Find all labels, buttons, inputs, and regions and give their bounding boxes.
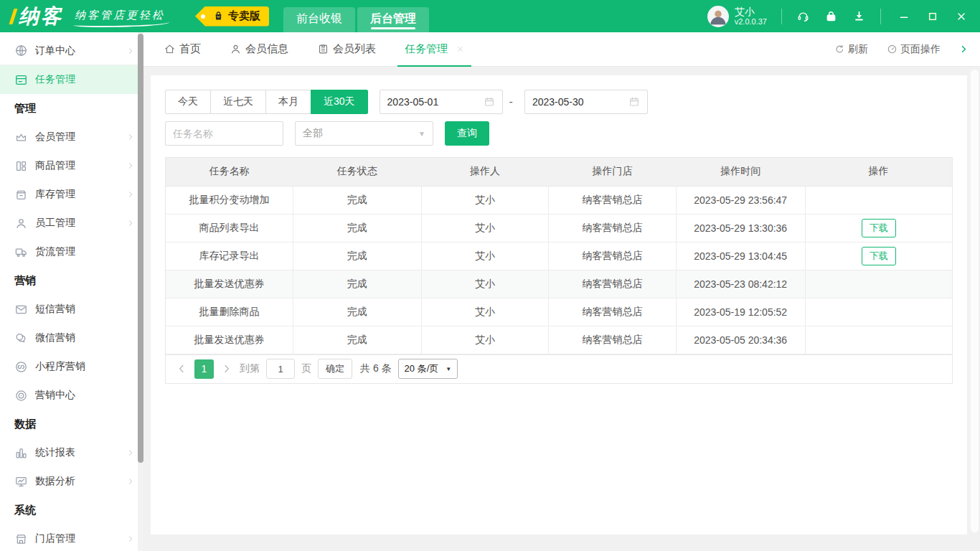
- sidebar-item[interactable]: 微信营销: [0, 324, 143, 352]
- sidebar-item[interactable]: 短信营销: [0, 295, 143, 324]
- page-number-button[interactable]: 1: [194, 359, 214, 379]
- sidebar-item[interactable]: 任务管理: [0, 65, 143, 94]
- cell-operator: 艾小: [421, 270, 549, 298]
- cell-task: 批量删除商品: [166, 298, 293, 326]
- breadcrumb-tab[interactable]: 任务管理: [405, 32, 464, 67]
- goto-label: 到第: [240, 362, 260, 375]
- sidebar-item[interactable]: 会员管理: [0, 123, 143, 151]
- section-label-text: 管理: [14, 102, 36, 116]
- goto-page-input[interactable]: [266, 359, 295, 379]
- person-icon: [14, 217, 28, 230]
- table-row: 库存记录导出完成艾小纳客营销总店2023-05-29 13:04:45下载: [166, 242, 952, 270]
- cell-operator: 艾小: [421, 298, 549, 326]
- lock-icon[interactable]: [824, 9, 838, 23]
- chevron-right-icon: [126, 477, 135, 486]
- close-icon[interactable]: [956, 11, 967, 22]
- quick-range-button[interactable]: 近30天: [311, 90, 368, 114]
- sidebar-item[interactable]: 数据分析: [0, 467, 143, 496]
- download-button[interactable]: 下载: [862, 219, 896, 237]
- page-operations-label: 页面操作: [900, 43, 941, 56]
- task-name-input[interactable]: [165, 121, 283, 146]
- sidebar-item-label: 数据分析: [35, 475, 75, 488]
- quick-range-button[interactable]: 本月: [265, 90, 311, 114]
- maximize-icon[interactable]: [927, 11, 938, 22]
- table-row: 批量发送优惠券完成艾小纳客营销总店2023-05-05 20:34:36: [166, 326, 952, 354]
- sidebar-item[interactable]: 统计报表: [0, 438, 143, 467]
- close-tab-icon: [456, 45, 464, 53]
- date-to-input[interactable]: [532, 96, 628, 108]
- service-icon[interactable]: [796, 9, 810, 23]
- sidebar-item[interactable]: 商品管理: [0, 151, 143, 180]
- wechat-icon: [14, 331, 28, 345]
- sidebar-item[interactable]: 小程序营销: [0, 352, 143, 381]
- sidebar-item[interactable]: 员工管理: [0, 209, 143, 237]
- sidebar-section-label: 数据: [0, 410, 143, 438]
- table-row: 批量积分变动增加完成艾小纳客营销总店2023-05-29 23:56:47: [166, 186, 952, 214]
- sidebar-item[interactable]: 库存管理: [0, 180, 143, 209]
- header-nav-tab[interactable]: 前台收银: [283, 7, 355, 32]
- quick-range-button[interactable]: 近七天: [210, 90, 266, 114]
- sidebar-item[interactable]: 营销中心: [0, 381, 143, 410]
- date-to-field[interactable]: [524, 90, 648, 114]
- content-area: 今天近七天本月近30天 - 全部 ▼ 查询: [143, 67, 980, 551]
- header-nav-tab[interactable]: 后台管理: [357, 7, 429, 32]
- chevron-right-icon[interactable]: [220, 362, 233, 375]
- filter-row-dates: 今天近七天本月近30天 -: [165, 90, 953, 114]
- sidebar-item-label: 库存管理: [35, 188, 75, 201]
- search-button[interactable]: 查询: [445, 121, 489, 146]
- date-from-input[interactable]: [387, 96, 484, 108]
- table-row: 批量发送优惠券完成艾小纳客营销总店2023-05-23 08:42:12: [166, 270, 952, 298]
- goods-icon: [14, 159, 28, 173]
- minimize-icon[interactable]: [898, 11, 910, 22]
- page-tabbar: 首页会员信息会员列表任务管理 刷新 页面操作: [143, 32, 980, 67]
- sidebar-item-label: 商品管理: [35, 159, 75, 172]
- sidebar-item-label: 营销中心: [35, 389, 75, 402]
- sidebar-menu: 订单中心任务管理管理会员管理商品管理库存管理员工管理货流管理营销短信营销微信营销…: [0, 37, 143, 551]
- breadcrumb-tab-label: 首页: [179, 42, 201, 56]
- status-select[interactable]: 全部 ▼: [295, 121, 433, 146]
- table-body: 批量积分变动增加完成艾小纳客营销总店2023-05-29 23:56:47商品列…: [166, 186, 952, 354]
- refresh-button[interactable]: 刷新: [834, 43, 868, 56]
- user-box[interactable]: 艾小 v2.0.0.37: [707, 6, 767, 27]
- pagination-bar: 1 到第 页 确定 共 6 条 20 条/页 ▼: [165, 354, 953, 384]
- chevron-left-icon[interactable]: [175, 362, 188, 375]
- sidebar-item[interactable]: 订单中心: [0, 37, 143, 65]
- breadcrumb-tab[interactable]: 首页: [164, 32, 201, 67]
- page-unit-label: 页: [301, 362, 311, 375]
- cell-action: 下载: [805, 242, 952, 270]
- cell-store: 纳客营销总店: [549, 298, 677, 326]
- column-header: 任务名称: [166, 158, 293, 186]
- download-button[interactable]: 下载: [862, 247, 896, 265]
- quick-range-button[interactable]: 今天: [165, 90, 211, 114]
- cell-action: [805, 326, 952, 354]
- page-size-select[interactable]: 20 条/页 ▼: [398, 359, 458, 379]
- miniprogram-icon: [14, 360, 28, 374]
- page-size-value: 20 条/页: [405, 362, 439, 375]
- crown-icon: [14, 131, 28, 144]
- calendar-icon: [628, 96, 640, 108]
- cell-action: [805, 270, 952, 298]
- breadcrumb-tab[interactable]: 会员信息: [230, 32, 288, 67]
- sidebar-item-label: 货流管理: [35, 245, 75, 258]
- sidebar-item[interactable]: 门店管理: [0, 524, 143, 551]
- cell-store: 纳客营销总店: [549, 242, 677, 270]
- table-row: 商品列表导出完成艾小纳客营销总店2023-05-29 13:30:36下载: [166, 214, 952, 242]
- tasks-icon: [14, 73, 28, 87]
- sidebar-item[interactable]: 货流管理: [0, 237, 143, 266]
- globe-icon: [14, 44, 28, 57]
- page-operations-button[interactable]: 页面操作: [887, 43, 941, 56]
- section-label-text: 营销: [14, 274, 36, 288]
- breadcrumb-tab[interactable]: 会员列表: [317, 32, 376, 67]
- sidebar-item-label: 小程序营销: [35, 360, 85, 373]
- content-scrollbar[interactable]: [971, 70, 979, 532]
- dropdown-arrow-icon: ▼: [418, 130, 425, 138]
- tabbar-actions: 刷新 页面操作: [834, 43, 969, 56]
- confirm-button[interactable]: 确定: [318, 359, 352, 379]
- date-from-field[interactable]: [380, 90, 503, 114]
- status-select-value: 全部: [303, 127, 323, 140]
- download-icon[interactable]: [852, 9, 866, 23]
- chevron-right-icon[interactable]: [959, 44, 969, 54]
- cell-time: 2023-05-05 20:34:36: [676, 326, 805, 354]
- header-nav-tab-label: 后台管理: [370, 11, 416, 27]
- sidebar-scrollbar-thumb[interactable]: [138, 34, 143, 463]
